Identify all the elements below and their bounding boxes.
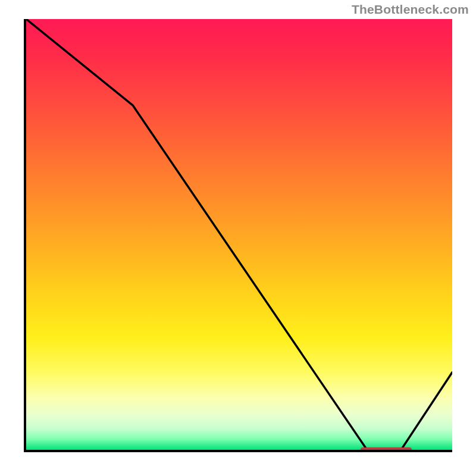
chart-highlight-marker <box>361 447 412 452</box>
chart-plot-area <box>24 19 452 452</box>
chart-line-series <box>26 19 452 450</box>
attribution-text: TheBottleneck.com <box>352 2 469 17</box>
